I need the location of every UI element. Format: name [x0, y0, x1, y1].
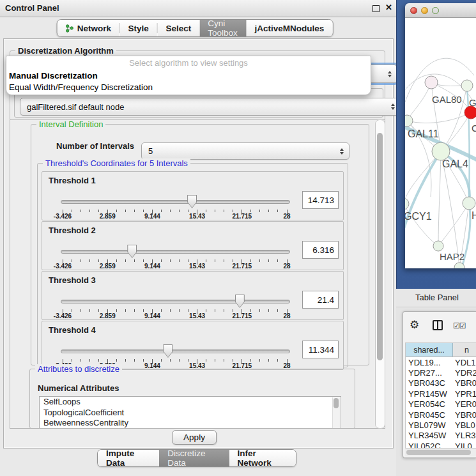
table-column-header[interactable]: shared... — [406, 343, 453, 357]
slider-tick — [89, 359, 90, 362]
slider-tick — [143, 210, 144, 212]
table-cell: YDR27... — [406, 368, 453, 378]
slider-tick — [116, 210, 117, 212]
slider-track[interactable] — [61, 300, 290, 303]
show-checkboxes-icon[interactable]: ☑☑ — [453, 321, 466, 330]
slider-tick — [98, 210, 99, 212]
network-node[interactable] — [405, 198, 409, 210]
table-row[interactable]: YPR145WYPR1 — [406, 388, 476, 399]
float-window-icon[interactable] — [372, 5, 380, 12]
tab-label: Network — [77, 24, 111, 33]
table-data-combobox[interactable]: galFiltered.sif default node — [20, 98, 401, 116]
table-cell: YBL079W — [406, 420, 453, 430]
attributes-group: Attributes to discretize Numerical Attri… — [29, 369, 355, 429]
network-node[interactable] — [432, 142, 450, 160]
split-columns-icon[interactable] — [433, 320, 443, 330]
table-row[interactable]: YDR27...YDR2 — [406, 367, 476, 378]
tab-impute-data[interactable]: Impute Data — [98, 450, 159, 466]
table-rows: YDL19...YDL1YDR27...YDR2YBR043CYBR0YPR14… — [406, 357, 476, 449]
slider-tick — [72, 259, 72, 262]
network-canvas[interactable]: GAL80GACGAL11GAL4GCY1HHAP2 — [405, 18, 476, 268]
apply-button[interactable]: Apply — [172, 430, 217, 445]
table-cell: YDR2 — [453, 368, 476, 378]
tab-style[interactable]: Style — [120, 20, 157, 36]
table-cell: YLR3 — [453, 431, 476, 440]
slider-tick — [250, 359, 251, 362]
dropdown-options: Manual DiscretizationEqual Width/Frequen… — [6, 70, 371, 93]
slider-tick — [215, 359, 215, 362]
slider-handle[interactable] — [187, 195, 197, 208]
table-row[interactable]: YBR045CYBR0 — [406, 410, 476, 420]
dropdown-option[interactable]: Manual Discretization — [6, 70, 371, 82]
table-row[interactable]: YBL079WYBL0 — [406, 420, 476, 430]
threshold-value-field[interactable]: 14.713 — [302, 191, 339, 209]
attribute-list-item[interactable]: TopologicalCoefficient — [40, 408, 341, 418]
threshold-value-field[interactable]: 11.344 — [302, 341, 339, 358]
slider-tick — [179, 309, 180, 312]
top-tab-bar: NetworkStyleSelectCyni ToolboxjActiveMNo… — [57, 19, 334, 37]
table-column-header[interactable]: n — [453, 343, 476, 357]
slider-handle[interactable] — [235, 295, 245, 308]
zoom-traffic-light-icon[interactable] — [432, 7, 439, 14]
close-traffic-light-icon[interactable] — [410, 7, 417, 14]
slider-track[interactable] — [61, 250, 290, 254]
slider-tick-label: 28 — [283, 213, 290, 220]
panel-scrollbar[interactable] — [375, 119, 385, 429]
attributes-group-title: Attributes to discretize — [35, 364, 122, 374]
dropdown-option[interactable]: Equal Width/Frequency Discretization — [6, 82, 371, 93]
network-node-label: GCY1 — [405, 211, 432, 222]
network-node[interactable] — [461, 80, 473, 91]
slider-tick — [125, 309, 126, 312]
network-node[interactable] — [433, 241, 443, 251]
minimize-traffic-light-icon[interactable] — [421, 7, 428, 14]
slider-tick — [143, 259, 144, 262]
slider-tick — [125, 359, 126, 362]
tab-select[interactable]: Select — [157, 20, 199, 36]
slider-tick — [233, 259, 233, 262]
close-icon[interactable]: ✕ — [385, 3, 392, 12]
table-row[interactable]: YLR345WYLR3 — [406, 431, 476, 441]
network-node-label: C — [472, 123, 476, 134]
tab-jactivemnodules[interactable]: jActiveMNodules — [247, 20, 333, 36]
slider-handle[interactable] — [127, 245, 137, 258]
table-horizontal-scrollbar[interactable] — [405, 448, 476, 456]
numerical-attributes-list[interactable]: SelfLoopsTopologicalCoefficientBetweenne… — [39, 396, 341, 429]
slider-track[interactable] — [61, 200, 290, 204]
table-cell: YBR043C — [406, 378, 453, 388]
interval-definition-title: Interval Definition — [36, 119, 105, 129]
network-node[interactable] — [464, 106, 476, 119]
network-node-label: H — [472, 210, 476, 221]
list-scrollbar[interactable] — [332, 397, 340, 428]
threshold-panel: Threshold 2-3.4262.8599.14415.4321.71528… — [42, 221, 344, 270]
slider-tick — [134, 309, 135, 312]
spinner-arrows-icon — [340, 148, 344, 155]
slider-tick — [188, 210, 188, 212]
network-node[interactable] — [463, 197, 475, 210]
threshold-panels: Threshold 1-3.4262.8599.14415.4321.71528… — [38, 164, 348, 371]
gear-icon[interactable]: ⚙ — [410, 318, 419, 332]
attribute-list-item[interactable]: BetweennessCentrality — [40, 418, 341, 429]
threshold-panel: Threshold 4-3.4262.8599.14415.4321.71528… — [42, 321, 344, 370]
slider-tick-label: 9.144 — [144, 263, 160, 270]
threshold-value-field[interactable]: 6.316 — [302, 241, 339, 259]
slider-track[interactable] — [61, 349, 290, 353]
table-row[interactable]: YDL19...YDL1 — [406, 357, 476, 367]
slider-tick-label: 9.144 — [144, 213, 160, 220]
tab-discretize-data[interactable]: Discretize Data — [159, 450, 229, 466]
slider-tick — [81, 210, 81, 212]
slider-tick — [116, 309, 117, 312]
attribute-list-item[interactable]: SelfLoops — [40, 397, 341, 408]
scrollbar-thumb[interactable] — [377, 133, 383, 360]
number-of-intervals-combobox[interactable]: 5 — [141, 142, 349, 160]
table-row[interactable]: YER054CYER0 — [406, 399, 476, 410]
tab-network[interactable]: Network — [58, 20, 119, 36]
network-node[interactable] — [425, 76, 438, 89]
slider-tick — [206, 259, 206, 262]
threshold-value-field[interactable]: 21.4 — [302, 291, 339, 309]
table-row[interactable]: YBR043CYBR0 — [406, 378, 476, 388]
network-node[interactable] — [405, 115, 413, 127]
tab-cyni-toolbox[interactable]: Cyni Toolbox — [199, 20, 246, 36]
slider-handle[interactable] — [163, 344, 173, 358]
tab-infer-network[interactable]: Infer Network — [229, 450, 296, 466]
slider-tick — [161, 259, 162, 262]
